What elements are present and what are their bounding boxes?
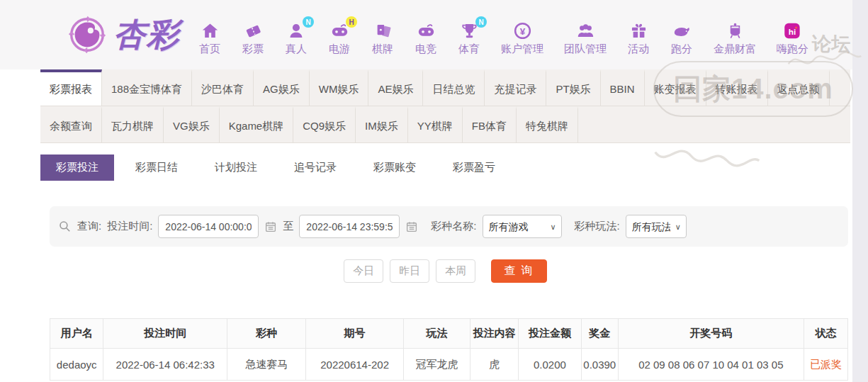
site-header: 杏彩 首页彩票N真人H电游棋牌电竞N体育¥账户管理团队管理活动跑分金鼎财富hi嗨… bbox=[0, 0, 868, 69]
new-badge: N bbox=[475, 16, 487, 28]
top-nav: 首页彩票N真人H电游棋牌电竞N体育¥账户管理团队管理活动跑分金鼎财富hi嗨跑分 bbox=[198, 13, 808, 56]
tab-item[interactable]: 账变报表 bbox=[645, 69, 706, 106]
tab-item[interactable]: CQ9娱乐 bbox=[293, 106, 356, 142]
tab-item[interactable]: AE娱乐 bbox=[368, 69, 423, 106]
nav-item-treasure[interactable]: 金鼎财富 bbox=[714, 21, 756, 56]
tab-item[interactable]: 沙巴体育 bbox=[192, 69, 254, 106]
yesterday-button[interactable]: 昨日 bbox=[390, 259, 429, 283]
tab-item[interactable]: 转账报表 bbox=[706, 69, 768, 106]
home-icon bbox=[201, 21, 220, 40]
nav-item-cards[interactable]: 棋牌 bbox=[371, 21, 394, 56]
new-badge: N bbox=[303, 16, 314, 28]
nav-item-trophy[interactable]: N体育 bbox=[458, 21, 480, 56]
column-header: 用户名 bbox=[50, 319, 103, 349]
tab-item[interactable]: 返点总额 bbox=[768, 69, 830, 106]
tab-item[interactable]: VG娱乐 bbox=[164, 106, 220, 142]
nav-item-label: 真人 bbox=[286, 43, 307, 56]
hot-badge: H bbox=[346, 16, 357, 28]
nav-item-gamepad[interactable]: H电游 bbox=[328, 21, 351, 56]
tab-item[interactable]: 日结总览 bbox=[423, 69, 485, 106]
tab-item[interactable]: 瓦力棋牌 bbox=[102, 106, 164, 142]
nav-item-label: 账户管理 bbox=[501, 43, 543, 56]
quick-range-buttons: 今日 昨日 本周 查 询 bbox=[40, 259, 850, 283]
query-button[interactable]: 查 询 bbox=[491, 259, 546, 283]
tab-item[interactable]: 188金宝博体育 bbox=[102, 69, 192, 106]
nav-item-esports[interactable]: 电竞 bbox=[415, 21, 437, 56]
play-type-label: 彩种玩法: bbox=[575, 220, 620, 233]
tab-item[interactable]: 特兔棋牌 bbox=[517, 106, 578, 142]
tab-item[interactable]: PT娱乐 bbox=[546, 69, 600, 106]
nav-item-label: 首页 bbox=[199, 43, 220, 56]
cell-draw-numbers: 02 09 08 06 07 10 04 01 03 05 bbox=[618, 349, 804, 381]
nav-item-hi[interactable]: hi嗨跑分 bbox=[777, 21, 808, 56]
cell-lottery: 急速赛马 bbox=[227, 349, 305, 381]
nav-item-label: 跑分 bbox=[671, 43, 692, 56]
subtab-item[interactable]: 彩票盈亏 bbox=[437, 155, 511, 181]
cell-username: dedaoyc bbox=[50, 349, 103, 381]
coin-icon: ¥ bbox=[513, 21, 532, 40]
nav-item-coin[interactable]: ¥账户管理 bbox=[501, 21, 543, 56]
tab-row-secondary: 余额查询瓦力棋牌VG娱乐Kgame棋牌CQ9娱乐IM娱乐YY棋牌FB体育特兔棋牌 bbox=[40, 106, 850, 143]
subtab-row: 彩票投注彩票日结计划投注追号记录彩票账变彩票盈亏 bbox=[40, 155, 850, 181]
cell-play: 冠军龙虎 bbox=[403, 349, 470, 381]
tab-item[interactable]: FB体育 bbox=[463, 106, 517, 142]
tab-item[interactable]: 充提记录 bbox=[485, 69, 546, 106]
column-header: 奖金 bbox=[581, 319, 618, 349]
subtab-item[interactable]: 彩票账变 bbox=[358, 155, 432, 181]
calendar-icon[interactable] bbox=[405, 220, 418, 233]
svg-text:hi: hi bbox=[789, 27, 796, 37]
hi-icon: hi bbox=[783, 21, 802, 40]
cell-prize: 0.0390 bbox=[581, 349, 618, 381]
nav-item-ticket[interactable]: 彩票 bbox=[242, 21, 264, 56]
esports-icon bbox=[417, 21, 436, 40]
game-select[interactable]: 所有游戏 bbox=[483, 215, 562, 238]
tab-item[interactable]: Kgame棋牌 bbox=[220, 106, 294, 142]
tab-item[interactable]: 余额查询 bbox=[40, 106, 102, 142]
page: 杏彩 首页彩票N真人H电游棋牌电竞N体育¥账户管理团队管理活动跑分金鼎财富hi嗨… bbox=[0, 0, 868, 382]
subtab-item[interactable]: 追号记录 bbox=[278, 155, 352, 181]
nav-item-label: 棋牌 bbox=[372, 43, 393, 56]
tab-item[interactable]: IM娱乐 bbox=[356, 106, 408, 142]
nav-item-label: 嗨跑分 bbox=[777, 43, 808, 56]
nav-item-label: 活动 bbox=[628, 43, 649, 56]
tab-item[interactable]: YY棋牌 bbox=[408, 106, 463, 142]
column-header: 状态 bbox=[804, 319, 848, 349]
tab-item[interactable]: AG娱乐 bbox=[254, 69, 310, 106]
bet-time-label: 投注时间: bbox=[107, 220, 152, 233]
to-label: 至 bbox=[283, 220, 293, 233]
subtab-item[interactable]: 彩票日结 bbox=[120, 155, 193, 181]
cards-icon bbox=[373, 21, 393, 40]
content: 彩票报表188金宝博体育沙巴体育AG娱乐WM娱乐AE娱乐日结总览充提记录PT娱乐… bbox=[40, 69, 850, 381]
nav-item-team[interactable]: 团队管理 bbox=[564, 21, 607, 56]
tab-item[interactable]: BBIN bbox=[601, 69, 645, 106]
nav-item-rhino[interactable]: 跑分 bbox=[670, 21, 693, 56]
column-header: 期号 bbox=[306, 319, 403, 349]
nav-item-label: 体育 bbox=[458, 43, 480, 56]
search-icon bbox=[58, 220, 72, 233]
calendar-icon[interactable] bbox=[264, 220, 277, 233]
column-header: 玩法 bbox=[403, 319, 470, 349]
this-week-button[interactable]: 本周 bbox=[436, 259, 475, 283]
today-button[interactable]: 今日 bbox=[344, 259, 383, 283]
column-header: 投注时间 bbox=[103, 319, 227, 349]
nav-item-gift[interactable]: 活动 bbox=[627, 21, 650, 56]
time-to-input[interactable] bbox=[299, 215, 400, 238]
cell-bet-time: 2022-06-14 06:42:33 bbox=[103, 349, 227, 381]
scrollbar-track[interactable] bbox=[852, 0, 868, 382]
column-header: 投注金额 bbox=[518, 319, 581, 349]
time-from-input[interactable] bbox=[158, 215, 259, 238]
logo-text: 杏彩 bbox=[113, 13, 180, 56]
nav-item-home[interactable]: 首页 bbox=[198, 21, 221, 56]
ticket-icon bbox=[244, 21, 263, 40]
nav-item-person[interactable]: N真人 bbox=[285, 21, 308, 56]
tab-item[interactable]: 彩票报表 bbox=[40, 69, 102, 106]
nav-item-label: 金鼎财富 bbox=[714, 43, 756, 56]
play-select[interactable]: 所有玩法 bbox=[626, 215, 687, 238]
cell-status: 已派奖 bbox=[804, 349, 848, 381]
rhino-icon bbox=[672, 21, 692, 40]
tab-item[interactable]: WM娱乐 bbox=[310, 69, 369, 106]
subtab-item[interactable]: 计划投注 bbox=[199, 155, 273, 181]
subtab-item[interactable]: 彩票投注 bbox=[40, 155, 114, 181]
tab-row-primary: 彩票报表188金宝博体育沙巴体育AG娱乐WM娱乐AE娱乐日结总览充提记录PT娱乐… bbox=[40, 69, 850, 106]
logo[interactable]: 杏彩 bbox=[65, 13, 180, 57]
